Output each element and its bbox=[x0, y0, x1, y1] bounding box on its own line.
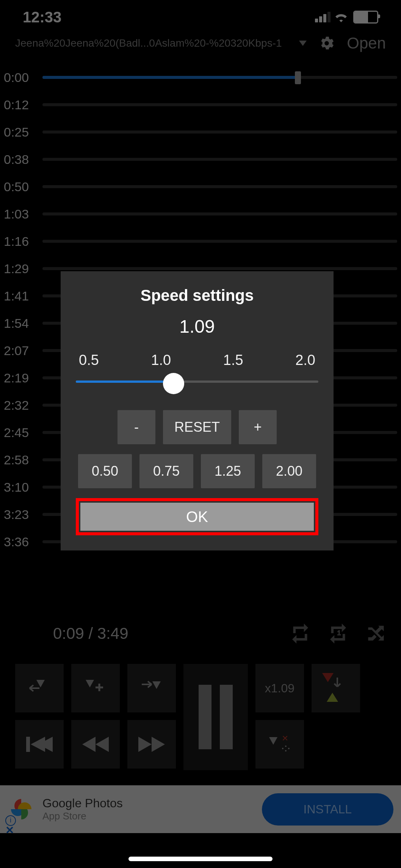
mark-in-left-button[interactable] bbox=[15, 664, 64, 712]
timeline-row[interactable]: 0:12 bbox=[0, 91, 401, 118]
speed-increase-button[interactable]: + bbox=[239, 410, 277, 444]
speed-reset-button[interactable]: RESET bbox=[163, 410, 231, 444]
svg-point-14 bbox=[285, 745, 287, 747]
gear-icon[interactable] bbox=[318, 35, 335, 52]
app-header: Jeena%20Jeena%20(Badl...0Aslam%20-%20320… bbox=[0, 34, 401, 64]
timeline-row-track[interactable] bbox=[42, 240, 397, 243]
ad-title: Google Photos bbox=[42, 796, 254, 810]
speed-decrease-button[interactable]: - bbox=[117, 410, 155, 444]
svg-marker-7 bbox=[96, 737, 109, 752]
rewind-button[interactable] bbox=[71, 720, 120, 769]
timeline-row-track[interactable] bbox=[42, 158, 397, 161]
timeline-row-label: 2:32 bbox=[4, 398, 38, 413]
open-button[interactable]: Open bbox=[347, 34, 386, 52]
modal-title: Speed settings bbox=[76, 286, 318, 305]
slider-thumb[interactable] bbox=[163, 373, 184, 394]
speed-slider[interactable] bbox=[76, 372, 318, 395]
timeline-row[interactable]: 0:50 bbox=[0, 173, 401, 200]
svg-marker-4 bbox=[38, 737, 53, 752]
filename-label[interactable]: Jeena%20Jeena%20(Badl...0Aslam%20-%20320… bbox=[15, 37, 288, 49]
timeline-row-label: 1:29 bbox=[4, 261, 38, 276]
preset-0.75-button[interactable]: 0.75 bbox=[139, 454, 193, 488]
tick-2.0: 2.0 bbox=[295, 352, 315, 368]
preset-0.50-button[interactable]: 0.50 bbox=[78, 454, 132, 488]
svg-marker-6 bbox=[82, 737, 96, 752]
chevron-down-icon[interactable] bbox=[299, 41, 307, 46]
svg-marker-5 bbox=[86, 680, 94, 687]
svg-marker-10 bbox=[152, 737, 165, 752]
timeline-row-label: 2:58 bbox=[4, 453, 38, 467]
timeline-row-label: 0:12 bbox=[4, 97, 38, 112]
tick-1.0: 1.0 bbox=[151, 352, 171, 368]
timeline-row[interactable]: 1:16 bbox=[0, 228, 401, 255]
ok-button[interactable]: OK bbox=[80, 503, 314, 531]
ad-close-icon[interactable]: ✕ bbox=[5, 824, 14, 837]
tick-1.5: 1.5 bbox=[223, 352, 243, 368]
battery-icon bbox=[353, 11, 378, 24]
timeline-row-label: 3:23 bbox=[4, 507, 38, 522]
preset-1.25-button[interactable]: 1.25 bbox=[201, 454, 255, 488]
timeline-thumb[interactable] bbox=[295, 71, 301, 84]
mark-in-right-button[interactable] bbox=[127, 664, 176, 712]
elapsed-time: 0:09 / 3:49 bbox=[15, 624, 128, 643]
speed-value: 1.09 bbox=[76, 316, 318, 337]
timeline-row-label: 1:54 bbox=[4, 316, 38, 331]
google-photos-icon: i ✕ bbox=[8, 796, 35, 823]
svg-marker-18 bbox=[327, 693, 338, 702]
timeline-row[interactable]: 0:00 bbox=[0, 64, 401, 91]
svg-text:1: 1 bbox=[337, 629, 341, 637]
ad-banner[interactable]: i ✕ Google Photos App Store INSTALL bbox=[0, 785, 401, 833]
timeline-row-track[interactable] bbox=[42, 103, 397, 106]
timeline-row-track[interactable] bbox=[42, 131, 397, 134]
home-indicator[interactable] bbox=[128, 857, 273, 861]
ab-swap-button[interactable] bbox=[312, 664, 360, 712]
timeline-row[interactable]: 0:25 bbox=[0, 118, 401, 146]
previous-track-button[interactable] bbox=[15, 720, 64, 769]
timeline-row-label: 2:45 bbox=[4, 425, 38, 440]
timeline-row-label: 0:00 bbox=[4, 70, 38, 85]
ad-subtitle: App Store bbox=[42, 810, 254, 822]
shuffle-icon[interactable] bbox=[366, 624, 386, 643]
svg-marker-11 bbox=[269, 737, 277, 745]
fast-forward-button[interactable] bbox=[127, 720, 176, 769]
timeline-row-label: 2:19 bbox=[4, 371, 38, 385]
svg-point-16 bbox=[288, 748, 290, 749]
install-button[interactable]: INSTALL bbox=[262, 793, 393, 826]
timeline-row-label: 0:50 bbox=[4, 179, 38, 194]
wifi-icon bbox=[334, 12, 348, 22]
timeline-row-label: 3:36 bbox=[4, 535, 38, 549]
timeline-row-label: 1:03 bbox=[4, 207, 38, 222]
timeline-row-label: 0:38 bbox=[4, 152, 38, 167]
speed-button[interactable]: x1.09 bbox=[255, 664, 304, 712]
svg-rect-2 bbox=[26, 737, 30, 752]
tick-0.5: 0.5 bbox=[79, 352, 99, 368]
cellular-icon bbox=[315, 12, 331, 22]
pause-icon bbox=[199, 685, 211, 749]
clear-marks-button[interactable]: × bbox=[255, 720, 304, 769]
player-controls: 0:09 / 3:49 1 bbox=[0, 615, 401, 770]
slider-tick-labels: 0.5 1.0 1.5 2.0 bbox=[76, 352, 318, 368]
svg-marker-17 bbox=[322, 673, 334, 682]
timeline-row-label: 3:10 bbox=[4, 480, 38, 495]
timeline-row-track[interactable] bbox=[42, 267, 397, 270]
repeat-icon[interactable] bbox=[290, 624, 310, 643]
svg-text:×: × bbox=[282, 735, 288, 744]
ok-highlight: OK bbox=[76, 498, 318, 535]
status-bar: 12:33 bbox=[0, 0, 401, 34]
timeline-row-track[interactable] bbox=[42, 212, 397, 215]
pause-button[interactable] bbox=[183, 664, 248, 770]
timeline-row-track[interactable] bbox=[42, 185, 397, 188]
timeline-row[interactable]: 1:03 bbox=[0, 200, 401, 228]
timeline-row-track[interactable] bbox=[42, 76, 397, 79]
svg-point-13 bbox=[282, 748, 284, 749]
timeline-row[interactable]: 0:38 bbox=[0, 146, 401, 173]
mark-add-button[interactable] bbox=[71, 664, 120, 712]
svg-marker-8 bbox=[152, 681, 161, 689]
preset-2.00-button[interactable]: 2.00 bbox=[262, 454, 316, 488]
speed-settings-modal: Speed settings 1.09 0.5 1.0 1.5 2.0 - RE… bbox=[61, 271, 334, 550]
svg-marker-1 bbox=[36, 680, 45, 687]
status-icons bbox=[315, 11, 378, 24]
repeat-one-icon[interactable]: 1 bbox=[328, 624, 348, 643]
svg-marker-9 bbox=[138, 737, 152, 752]
timeline-row-label: 1:41 bbox=[4, 289, 38, 303]
